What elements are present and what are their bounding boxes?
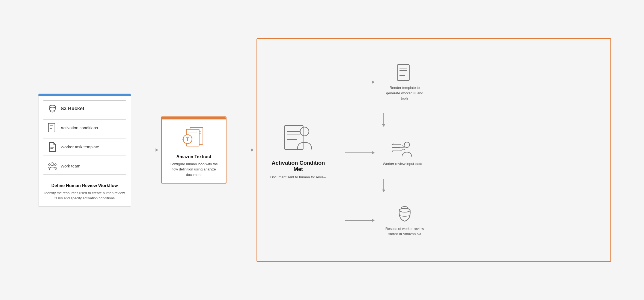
textract-desc: Configure human loop with the flow defin… (167, 161, 220, 178)
render-template-item: Render template to generate worker UI an… (383, 63, 427, 101)
svg-point-31 (300, 127, 309, 136)
svg-line-42 (400, 144, 404, 146)
arrow-2 (229, 148, 254, 152)
svg-line-44 (400, 149, 404, 151)
activation-conditions-label: Activation conditions (61, 125, 98, 131)
arrow-results (345, 219, 375, 222)
list-icon (47, 123, 57, 133)
svg-point-45 (404, 144, 405, 145)
arrow-render (345, 80, 375, 84)
left-panel-footer: Define Human Review Workflow Identify th… (38, 179, 131, 206)
svg-text:T: T (186, 137, 189, 142)
right-section: Activation Condition Met Document sent t… (257, 38, 611, 262)
footer-title: Define Human Review Workflow (44, 183, 125, 188)
activation-box: Activation Condition Met Document sent t… (268, 120, 328, 180)
bucket-icon (47, 104, 57, 114)
activation-desc: Document sent to human for review (270, 175, 326, 180)
work-team-label: Work team (61, 163, 80, 169)
down-arrow-1 (382, 113, 385, 127)
users-icon (47, 161, 57, 171)
svg-point-46 (404, 146, 405, 148)
svg-rect-26 (285, 125, 303, 149)
svg-point-47 (404, 149, 405, 150)
s3-bucket-item: S3 Bucket (43, 100, 126, 117)
down-arrow-2-group (345, 179, 600, 192)
results-s3-row: Results of worker review stored in Amazo… (345, 204, 600, 237)
results-s3-item: Results of worker review stored in Amazo… (383, 204, 427, 237)
textract-title: Amazon Textract (176, 154, 211, 159)
worker-task-label: Worker task template (61, 144, 99, 150)
down-arrow-1-group (345, 113, 600, 127)
svg-point-13 (54, 164, 56, 166)
left-panel: S3 Bucket Activation conditions (38, 94, 131, 207)
render-template-label: Render template to generate worker UI an… (383, 85, 427, 101)
textract-icon: T (180, 124, 207, 151)
footer-desc: Identify the resources used to create hu… (44, 190, 125, 201)
diagram-container: S3 Bucket Activation conditions (22, 20, 622, 280)
svg-rect-32 (397, 65, 409, 80)
textract-box: T Amazon Textract Configure human loop w… (161, 116, 226, 184)
worker-review-label: Worker review input-data (383, 161, 422, 167)
results-s3-label: Results of worker review stored in Amazo… (383, 226, 427, 237)
svg-point-48 (399, 208, 410, 212)
svg-rect-1 (48, 123, 55, 132)
doc-icon (47, 142, 57, 152)
svg-point-0 (49, 105, 56, 107)
down-arrow-2 (382, 179, 385, 192)
textract-top-bar (162, 117, 226, 119)
activation-title: Activation Condition Met (268, 160, 328, 172)
arrow-1 (134, 148, 158, 152)
svg-point-11 (51, 163, 54, 166)
left-panel-top-bar (38, 94, 131, 96)
work-team-item: Work team (43, 158, 126, 175)
s3-label: S3 Bucket (61, 106, 84, 112)
render-template-row: Render template to generate worker UI an… (345, 63, 600, 101)
worker-review-item: Worker review input-data (383, 139, 422, 167)
worker-task-item: Worker task template (43, 139, 126, 155)
svg-point-12 (49, 164, 50, 166)
worker-review-row: Worker review input-data (345, 139, 600, 167)
left-panel-items: S3 Bucket Activation conditions (38, 96, 131, 179)
arrow-worker (345, 151, 375, 154)
activation-conditions-item: Activation conditions (43, 119, 126, 136)
